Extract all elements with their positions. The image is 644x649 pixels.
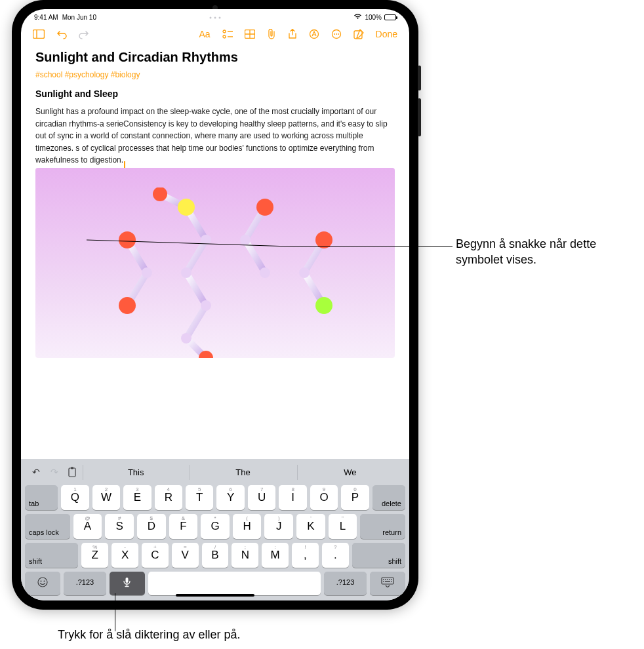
shift-key-right[interactable]: shift [352, 543, 405, 568]
markup-icon[interactable] [309, 29, 319, 39]
svg-rect-50 [69, 468, 75, 477]
callout-line [290, 246, 453, 247]
key-f[interactable]: &F [169, 514, 198, 539]
capslock-key[interactable]: caps lock [25, 514, 70, 539]
more-options-icon[interactable] [331, 29, 342, 39]
key-w[interactable]: 2W [92, 485, 120, 510]
key-b[interactable]: /B [202, 543, 229, 568]
note-tags[interactable]: #school #psychology #biology [35, 70, 395, 79]
key-y[interactable]: 6Y [216, 485, 244, 510]
table-icon[interactable] [245, 30, 255, 39]
text-format-icon[interactable]: Aa [199, 29, 210, 39]
key-t[interactable]: 5T [186, 485, 213, 510]
share-icon[interactable] [288, 29, 297, 39]
svg-rect-61 [391, 579, 392, 580]
svg-point-5 [223, 30, 226, 33]
battery-icon [384, 14, 396, 20]
kb-undo-icon[interactable]: ↶ [28, 467, 45, 477]
home-indicator[interactable] [176, 594, 254, 597]
key-d[interactable]: $D [137, 514, 166, 539]
svg-rect-57 [383, 579, 384, 580]
compose-icon[interactable] [353, 29, 364, 39]
keyboard-row-4: .?123 .?123 [25, 572, 405, 595]
note-title: Sunlight and Circadian Rhythms [35, 50, 395, 65]
svg-point-45 [201, 235, 211, 245]
key-u[interactable]: 7U [248, 485, 275, 510]
sidebar-toggle-icon[interactable] [33, 30, 45, 39]
kb-redo-icon[interactable]: ↷ [46, 467, 63, 477]
svg-rect-59 [387, 579, 388, 580]
numsym-key-left[interactable]: .?123 [64, 572, 106, 595]
svg-point-53 [41, 581, 42, 582]
redo-icon[interactable] [79, 29, 89, 39]
key-h[interactable]: (H [233, 514, 262, 539]
svg-point-46 [240, 235, 251, 245]
undo-icon[interactable] [56, 29, 67, 39]
svg-rect-63 [391, 581, 392, 582]
key-c[interactable]: +C [142, 543, 169, 568]
note-attached-image[interactable] [35, 168, 395, 358]
svg-rect-60 [389, 579, 390, 580]
note-body-text: Sunlight has a profound impact on the sl… [35, 107, 388, 165]
note-editor[interactable]: Sunlight and Circadian Rhythms #school #… [21, 46, 409, 459]
checklist-icon[interactable] [222, 30, 233, 39]
ipad-screen: 9:41 AM Mon Jun 10 100% [21, 9, 409, 600]
return-key[interactable]: return [360, 514, 405, 539]
svg-point-16 [338, 33, 339, 35]
key-v[interactable]: =V [172, 543, 199, 568]
tab-key[interactable]: tab [25, 485, 58, 510]
key-r[interactable]: 4R [155, 485, 182, 510]
key-p[interactable]: 0P [341, 485, 369, 510]
key-s[interactable]: #S [105, 514, 134, 539]
keyboard-row-2: caps lock @A #S $D &F *G (H )J 'K "L ret… [25, 514, 405, 539]
svg-point-2 [210, 17, 212, 19]
done-button[interactable]: Done [376, 29, 397, 39]
svg-line-26 [245, 240, 265, 273]
notes-toolbar: Aa [21, 22, 409, 46]
key-period[interactable]: ?. [322, 543, 349, 568]
shift-key-left[interactable]: shift [25, 543, 78, 568]
battery-pct: 100% [365, 14, 382, 21]
kb-clipboard-icon[interactable] [64, 467, 81, 477]
dismiss-keyboard-key[interactable] [370, 572, 405, 595]
suggestion-1[interactable]: This [83, 465, 188, 480]
key-z[interactable]: %Z [81, 543, 108, 568]
key-q[interactable]: 1Q [61, 485, 89, 510]
attachment-icon[interactable] [267, 29, 276, 39]
svg-point-34 [119, 297, 136, 314]
svg-rect-0 [33, 30, 45, 39]
svg-point-47 [260, 267, 270, 278]
svg-line-31 [186, 305, 206, 338]
key-comma[interactable]: !, [292, 543, 319, 568]
key-a[interactable]: @A [73, 514, 102, 539]
key-j[interactable]: )J [264, 514, 293, 539]
dictation-key[interactable] [110, 572, 145, 595]
emoji-key[interactable] [25, 572, 60, 595]
key-m[interactable]: :M [262, 543, 289, 568]
key-l[interactable]: "L [329, 514, 357, 539]
key-g[interactable]: *G [201, 514, 230, 539]
numsym-key-right[interactable]: .?123 [324, 572, 367, 595]
keyboard-row-3: shift %Z -X +C =V /B ;N :M !, ?. shift [25, 543, 405, 568]
key-i[interactable]: 8I [279, 485, 306, 510]
onscreen-keyboard: ↶ ↷ This The We tab 1Q 2W 3E 4R 5T 6Y [21, 459, 409, 600]
key-o[interactable]: 9O [310, 485, 338, 510]
spacebar-key[interactable] [148, 572, 321, 595]
suggestion-2[interactable]: The [190, 465, 295, 480]
note-body: Sunlight has a profound impact on the sl… [35, 106, 395, 167]
key-e[interactable]: 3E [123, 485, 151, 510]
key-x[interactable]: -X [111, 543, 138, 568]
svg-point-3 [214, 17, 216, 19]
suggestion-3[interactable]: We [297, 465, 403, 480]
svg-point-14 [334, 33, 335, 35]
key-k[interactable]: 'K [296, 514, 325, 539]
callout-line [115, 593, 115, 631]
svg-point-42 [201, 300, 211, 311]
more-dots-icon[interactable] [209, 16, 222, 20]
key-n[interactable]: ;N [231, 543, 258, 568]
svg-point-49 [181, 333, 191, 344]
delete-key[interactable]: delete [372, 485, 405, 510]
wifi-icon [353, 13, 362, 21]
note-heading: Sunlight and Sleep [35, 88, 395, 99]
ipad-device-frame: 9:41 AM Mon Jun 10 100% [12, 0, 418, 610]
